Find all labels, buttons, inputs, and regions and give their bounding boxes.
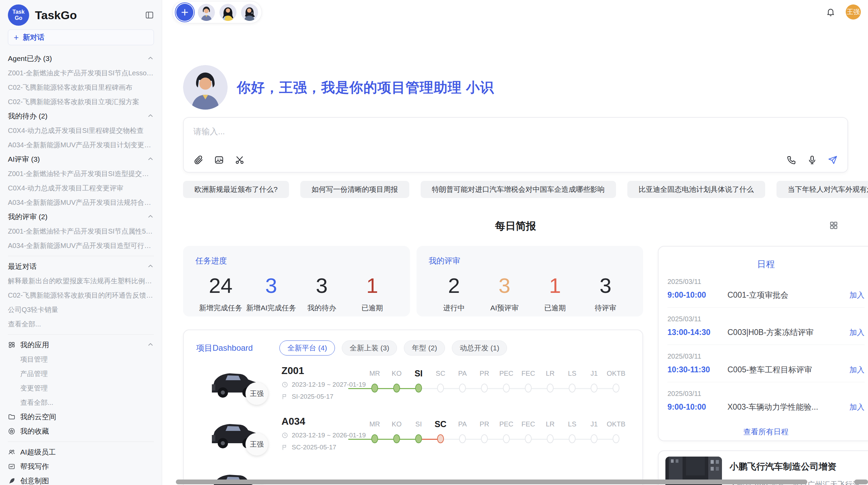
suggestion-chip[interactable]: 特朗普可能对进口汽车增税会对中国车企造成哪些影响 — [421, 181, 616, 198]
list-item[interactable]: A034-全新新能源MUV产品开发项目计划变更表编写 — [8, 138, 154, 152]
project-row[interactable]: 王强 Z001 2023-12-19 ~ 2027-01-19 SI-2025-… — [184, 364, 642, 416]
users-icon — [8, 448, 15, 456]
sidebar-item-project-mgmt[interactable]: 项目管理 — [8, 352, 154, 366]
event-time: 10:30-11:30 — [667, 365, 727, 374]
suggestion-chip[interactable]: 欧洲新规最近颁布了什么? — [183, 181, 289, 198]
group-ai-review[interactable]: AI评审 (3) — [8, 152, 154, 166]
flag-icon — [281, 444, 288, 451]
suggestion-chip[interactable]: 比亚迪全固态电池计划具体说了什么 — [627, 181, 765, 198]
group-agent-done[interactable]: Agent已办 (3) — [8, 51, 154, 66]
milestone-oktb: OKTB — [605, 418, 627, 443]
scrollbar-corner-thumb[interactable] — [854, 480, 868, 484]
suggestion-chip[interactable]: 当下年轻人对汽车外观有怎样的喜好趋势 — [776, 181, 868, 198]
tab-new-body[interactable]: 全新上装 (3) — [342, 340, 397, 356]
new-chat-button[interactable]: + 新对话 — [8, 29, 154, 45]
event-time: 13:00-14:30 — [667, 328, 727, 337]
layout-grid-icon[interactable] — [829, 221, 839, 230]
member-avatar[interactable] — [198, 4, 215, 21]
view-all-link[interactable]: 查看全部... — [8, 317, 154, 331]
stat: 24新增完成任务 — [195, 274, 246, 313]
sidebar-item-ai-super-staff[interactable]: AI超级员工 — [8, 445, 154, 459]
stat: 2进行中 — [429, 274, 479, 313]
member-avatar[interactable] — [241, 4, 258, 21]
event-name: X003-车辆动力学性能验... — [727, 402, 845, 412]
input-toolbar — [193, 155, 838, 165]
sidebar-item-change-mgmt[interactable]: 变更管理 — [8, 381, 154, 395]
group-title: Agent已办 (3) — [8, 54, 52, 63]
list-item[interactable]: Z001-全新燃油轻卡产品开发项目SI节点属性5D文件评审 — [8, 224, 154, 238]
list-item[interactable]: 公司Q3轻卡销量 — [8, 302, 154, 317]
sidebar-collapse-icon[interactable] — [145, 11, 154, 20]
tab-powertrain[interactable]: 动总开发 (1) — [452, 340, 507, 356]
schedule-event: 2025/03/11 9:00-10:00 C001-立项审批会 加入 — [667, 270, 865, 308]
chevron-up-icon[interactable] — [147, 263, 154, 270]
list-item[interactable]: Z001-全新燃油皮卡产品开发项目SI节点Lesson Learn报告 — [8, 66, 154, 80]
phone-call-icon[interactable] — [786, 155, 797, 165]
main-area: 王强 你好，王强，我是你的项目管理助理 小识 请输入... — [162, 0, 868, 485]
assistant-hero: 你好，王强，我是你的项目管理助理 小识 — [183, 65, 848, 110]
group-my-todo[interactable]: 我的待办 (2) — [8, 109, 154, 123]
list-item[interactable]: C0X4-动力总成开发项目工程变更评审 — [8, 181, 154, 195]
sidebar-item-favorites[interactable]: 我的收藏 — [8, 424, 154, 438]
briefing-cards: 任务进度 24新增完成任务 3新增AI完成任务 3我的待办 1已逾期 我的评审 … — [183, 246, 643, 316]
suggestion-chip[interactable]: 如何写一份清晰的项目周报 — [300, 181, 409, 198]
chat-input[interactable]: 请输入... — [183, 117, 848, 173]
list-item[interactable]: 解释最新出台的欧盟报废车法规再生塑料比例被调至15%... — [8, 274, 154, 288]
project-vehicle-image: 王强 — [204, 364, 259, 400]
chevron-up-icon[interactable] — [147, 55, 154, 62]
attachment-icon[interactable] — [193, 155, 204, 165]
milestone-chain: MRKOSISCPAPRPECFECLRLSJ1OKTB — [348, 418, 627, 443]
view-all-schedule-link[interactable]: 查看所有日程 — [667, 427, 865, 437]
chevron-up-icon[interactable] — [147, 341, 154, 348]
sidebar-item-my-apps[interactable]: 我的应用 — [8, 338, 154, 352]
help-me-write-label: 帮我写作 — [20, 462, 49, 471]
list-item[interactable]: A034-全新新能源MUV产品开发项目法规符合性评审 — [8, 195, 154, 210]
cloud-space-label: 我的云空间 — [20, 412, 56, 422]
favorites-label: 我的收藏 — [20, 426, 49, 436]
schedule-event: 2025/03/11 9:00-10:00 X003-车辆动力学性能验... 加… — [667, 382, 865, 419]
microphone-icon[interactable] — [807, 155, 817, 165]
add-member-button[interactable] — [176, 4, 193, 21]
image-icon[interactable] — [214, 155, 224, 165]
group-recent-chats[interactable]: 最近对话 — [8, 259, 154, 274]
sidebar-item-product-mgmt[interactable]: 产品管理 — [8, 366, 154, 381]
chevron-up-icon[interactable] — [147, 113, 154, 120]
sidebar-item-help-me-write[interactable]: 帮我写作 — [8, 459, 154, 474]
user-avatar[interactable]: 王强 — [846, 4, 861, 20]
project-dashboard-card: 项目Dashboard 全新平台 (4) 全新上装 (3) 年型 (2) 动总开… — [183, 329, 643, 485]
chevron-up-icon[interactable] — [147, 156, 154, 163]
group-my-review[interactable]: 我的评审 (2) — [8, 210, 154, 224]
event-name: C003|H0B-方案冻结评审 — [727, 327, 845, 338]
stat: 3待评审 — [580, 274, 631, 313]
group-title: AI评审 (3) — [8, 154, 40, 164]
event-name: C001-立项审批会 — [727, 290, 845, 300]
top-bar: 王强 — [162, 0, 868, 24]
project-flag-milestone: SI-2025-05-17 — [292, 393, 333, 400]
list-item[interactable]: C02-飞腾新能源轻客改款项目的闭环通告反馈情况 — [8, 288, 154, 302]
project-vehicle-image: 王强 — [204, 415, 259, 451]
horizontal-scrollbar-thumb[interactable] — [176, 480, 807, 484]
list-item[interactable]: C02-飞腾新能源轻客改款项目里程碑画布 — [8, 80, 154, 95]
chevron-up-icon[interactable] — [147, 213, 154, 220]
sidebar-lists: Agent已办 (3) Z001-全新燃油皮卡产品开发项目SI节点Lesson … — [8, 51, 154, 485]
project-row[interactable]: 王强 A034 2023-12-19 ~ 2026-01-19 SC-2025-… — [184, 415, 642, 467]
sidebar-item-creative-drawing[interactable]: 创意制图 — [8, 474, 154, 485]
event-date: 2025/03/11 — [667, 390, 865, 398]
view-all-link[interactable]: 查看全部... — [8, 395, 154, 410]
join-link[interactable]: 加入 — [849, 365, 865, 375]
join-link[interactable]: 加入 — [849, 402, 865, 412]
notification-bell-icon[interactable] — [826, 7, 835, 17]
list-item[interactable]: Z001-全新燃油轻卡产品开发项目SI造型提交物评审 — [8, 166, 154, 181]
sidebar-item-cloud-space[interactable]: 我的云空间 — [8, 410, 154, 424]
divider — [8, 256, 154, 256]
member-avatar[interactable] — [219, 4, 237, 21]
scissors-icon[interactable] — [234, 155, 245, 165]
list-item[interactable]: C02-飞腾新能源轻客改款项目立项汇报方案 — [8, 95, 154, 109]
send-icon[interactable] — [828, 155, 838, 165]
list-item[interactable]: A034-全新新能源MUV产品开发项目造型可行性评审 — [8, 238, 154, 253]
join-link[interactable]: 加入 — [849, 290, 865, 300]
list-item[interactable]: C0X4-动力总成开发项目SI里程碑提交物检查 — [8, 123, 154, 138]
tab-year-model[interactable]: 年型 (2) — [404, 340, 445, 356]
tab-new-platform[interactable]: 全新平台 (4) — [279, 340, 335, 356]
join-link[interactable]: 加入 — [849, 327, 865, 338]
